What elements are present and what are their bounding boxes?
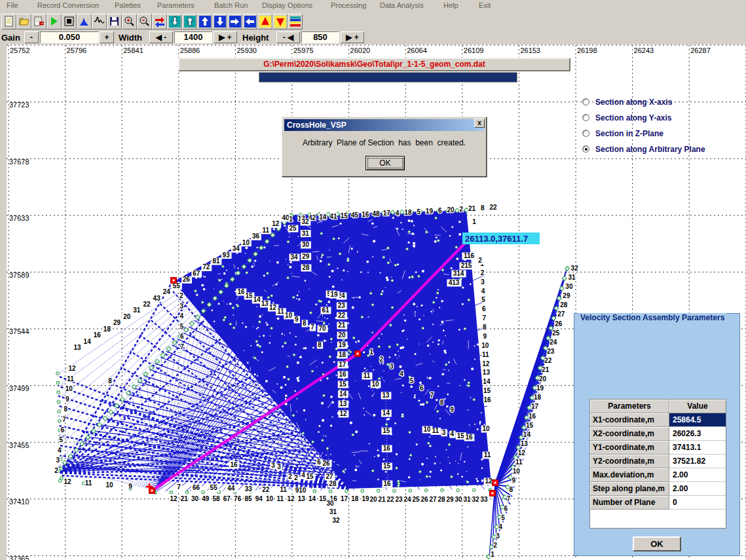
- height-decrease-button[interactable]: - ◀: [276, 31, 300, 43]
- chain-labels: 5: [410, 377, 414, 384]
- borehole-520-labels: 19: [339, 341, 346, 348]
- menu-item-parameters[interactable]: Parameters: [157, 1, 195, 9]
- param-value-cell[interactable]: 0: [669, 496, 726, 510]
- width-decrease-button[interactable]: ◀ -: [149, 31, 173, 43]
- menu-item-batch-run[interactable]: Batch Run: [214, 1, 248, 9]
- left-column-labels: 11: [67, 375, 74, 383]
- swap-traces-button[interactable]: [152, 14, 167, 29]
- radio-icon[interactable]: [582, 130, 589, 137]
- radio-selected-icon[interactable]: [582, 145, 589, 153]
- bottom-row-b: 24: [403, 496, 411, 503]
- dialog-ok-button[interactable]: OK: [365, 156, 405, 170]
- scatter-label: 215: [461, 262, 472, 269]
- borehole-520-labels: 16: [339, 371, 346, 378]
- radio-option-1[interactable]: Section along X-axis: [595, 98, 672, 107]
- zoom-in-button[interactable]: [122, 14, 137, 29]
- bottom-row-a: 12: [287, 495, 295, 502]
- close-icon[interactable]: x: [474, 119, 485, 128]
- radio-icon[interactable]: [582, 98, 589, 105]
- right-edge-labels: 7: [482, 314, 486, 322]
- width-increase-button[interactable]: ▶ +: [214, 31, 237, 43]
- play-button[interactable]: [47, 14, 62, 29]
- palette-stripes-button[interactable]: [288, 14, 303, 29]
- swap-traces-icon: [154, 16, 166, 28]
- menu-item-data-analysis[interactable]: Data Analysis: [380, 1, 424, 9]
- move-right-button[interactable]: [227, 14, 242, 29]
- radio-icon[interactable]: [582, 114, 589, 121]
- param-value-cell[interactable]: 25864.5: [669, 413, 726, 427]
- stop-record-button[interactable]: [62, 14, 77, 29]
- menu-item-exit[interactable]: Exit: [479, 1, 491, 9]
- borehole-520-labels: 15: [339, 381, 347, 388]
- borehole-590-labels: 14: [382, 409, 390, 417]
- gain-field[interactable]: 0.050: [40, 31, 99, 43]
- param-value-cell[interactable]: 37521.82: [669, 455, 726, 468]
- shift-up-teal-button[interactable]: [182, 14, 197, 29]
- menu-item-help[interactable]: Help: [443, 1, 458, 9]
- width-field[interactable]: 1400: [174, 31, 212, 43]
- right-fan-labels: 15: [526, 422, 534, 429]
- y-axis-tick: 37499: [9, 384, 29, 392]
- borehole-468-labels: 32: [301, 218, 309, 225]
- param-value-cell[interactable]: 26026.3: [669, 427, 726, 441]
- move-left-button[interactable]: [242, 14, 257, 29]
- menu-item-record-conversion[interactable]: Record Conversion: [37, 1, 99, 9]
- height-increase-button[interactable]: ▶ +: [341, 31, 364, 43]
- save-as-button[interactable]: [31, 14, 47, 29]
- upper-diagonal-labels: 18: [103, 326, 111, 333]
- height-field[interactable]: 850: [301, 31, 339, 43]
- x-axis-tick: 25796: [67, 47, 87, 54]
- x-axis-tick: 26198: [577, 47, 597, 54]
- gain-decrease-button[interactable]: -: [24, 31, 39, 43]
- upper-diagonal-labels: 26: [183, 276, 191, 283]
- top-edge-labels: 22: [489, 204, 497, 211]
- right-fan-labels: 18: [534, 394, 542, 401]
- waveform-button[interactable]: [92, 14, 107, 29]
- scatter-label: 314: [453, 270, 464, 277]
- move-down-button[interactable]: [212, 14, 227, 29]
- upper-diagonal-labels: 81: [212, 257, 220, 265]
- radio-option-4[interactable]: Section along Arbitrary Plane: [595, 145, 705, 154]
- right-fan-labels: 22: [544, 357, 552, 364]
- menu-item-processing[interactable]: Processing: [331, 1, 366, 9]
- save-button[interactable]: [107, 14, 122, 29]
- right-fan-labels: 13: [521, 440, 529, 447]
- shift-down-teal-button[interactable]: [167, 14, 182, 29]
- menu-item-palettes[interactable]: Palettes: [115, 1, 141, 9]
- dialog-title-bar[interactable]: CrossHole_VSP: [284, 119, 484, 131]
- right-edge-labels: 10: [481, 342, 489, 349]
- sort-ascending-button[interactable]: [257, 14, 272, 29]
- bottom-row-a: 15: [319, 495, 327, 502]
- open-file-button[interactable]: [16, 14, 31, 29]
- new-document-button[interactable]: [1, 14, 16, 29]
- bottom-row-a: 12: [170, 495, 177, 502]
- scatter-label: 1: [472, 218, 476, 225]
- right-edge-labels: 6: [482, 305, 486, 312]
- param-value-cell[interactable]: 37413.1: [669, 441, 726, 455]
- menu-item-file[interactable]: File: [7, 1, 18, 9]
- bottom-row-a: 14: [308, 495, 316, 502]
- scatter-label: 116: [464, 252, 475, 259]
- sort-descending-button[interactable]: [272, 14, 288, 29]
- param-name-cell: Y2-coordinate,m: [590, 455, 669, 468]
- menu-item-display-options[interactable]: Display Options: [262, 1, 312, 9]
- radio-option-3[interactable]: Section in Z-Plane: [595, 129, 663, 138]
- mid-diagonal-labels: 13: [261, 300, 269, 307]
- radio-label: Section along Arbitrary Plane: [595, 145, 705, 154]
- move-up-button[interactable]: [197, 14, 212, 29]
- histogram-button[interactable]: [77, 14, 92, 29]
- bottom-row-b: 30: [455, 496, 462, 503]
- zoom-out-button[interactable]: [137, 14, 152, 29]
- bottom-boxed-labels: 7: [177, 483, 181, 491]
- scatter-label: 19: [330, 291, 338, 298]
- x-axis-tick: 25930: [236, 47, 257, 54]
- param-value-cell[interactable]: 2.00: [669, 468, 726, 482]
- right-fan-labels: 8: [509, 486, 513, 493]
- right-fan-labels: 31: [568, 274, 576, 281]
- radio-option-2[interactable]: Section along Y-axis: [595, 113, 671, 122]
- param-value-cell[interactable]: 2.00: [669, 482, 726, 496]
- panel-ok-button[interactable]: OK: [633, 536, 681, 551]
- top-edge-labels: 15: [341, 212, 348, 219]
- gain-increase-button[interactable]: +: [100, 31, 114, 43]
- borehole-520-labels: 23: [338, 302, 346, 309]
